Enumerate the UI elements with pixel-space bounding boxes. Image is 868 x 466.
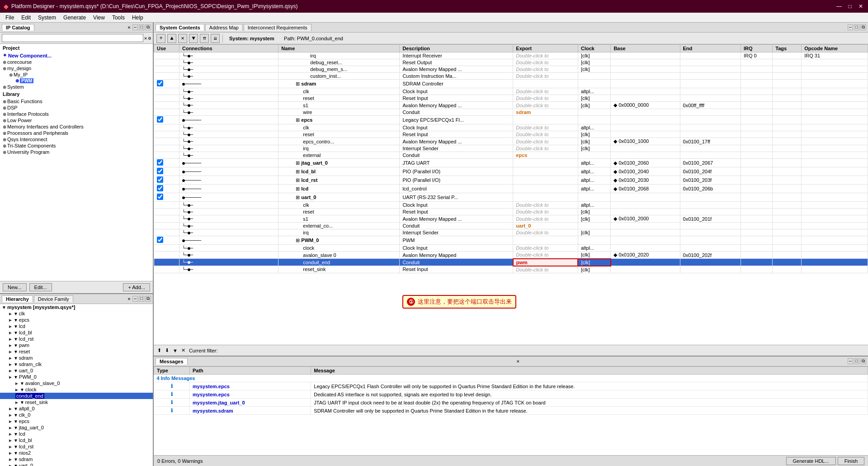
base-cell[interactable] (611, 124, 680, 131)
panel-minimize-btn[interactable]: — (132, 24, 138, 30)
name-cell[interactable]: ⊞PWM_0 (278, 236, 400, 245)
base-cell[interactable] (611, 229, 680, 236)
mysystem-root[interactable]: ▼mysystem [mysystem.qsys*] (0, 304, 153, 310)
search-input[interactable] (2, 34, 143, 42)
base-cell[interactable]: ◆ 0x0100_1000 (611, 138, 680, 145)
table-row[interactable]: └─●─debug_mem_s...Avalon Memory Mapped .… (154, 66, 868, 73)
sc-minimize-btn[interactable]: — (848, 24, 853, 30)
name-cell[interactable]: irq (278, 145, 400, 152)
name-cell[interactable]: ⊞lcd (278, 185, 400, 193)
table-row[interactable]: ●──────⊞jtag_uart_0JTAG UARTaltpl...◆ 0x… (154, 159, 868, 167)
hier-pwm[interactable]: ►▼pwm (0, 342, 153, 348)
export-cell[interactable]: Double-click to (513, 66, 578, 73)
base-cell[interactable]: ◆ 0x0100_2030 (611, 176, 680, 185)
table-row[interactable]: └─●─clkClock InputDouble-click toaltpl..… (154, 202, 868, 209)
name-cell[interactable]: avalon_slave 0 (278, 252, 400, 259)
table-row[interactable]: └─●─debug_reset...Reset OutputDouble-cli… (154, 59, 868, 66)
hier-jtag-uart-0[interactable]: ►▼jtag_uart_0 (0, 424, 153, 431)
name-cell[interactable]: wire (278, 109, 400, 116)
use-checkbox[interactable] (157, 237, 163, 243)
sc-float-btn[interactable]: □ (854, 24, 859, 30)
hier-clk-0[interactable]: ►▼clk_0 (0, 412, 153, 418)
table-row[interactable]: └─●─custom_inst...Custom Instruction Ma.… (154, 73, 868, 80)
use-checkbox[interactable] (157, 116, 163, 123)
name-cell[interactable]: custom_inst... (278, 73, 400, 80)
edit-button[interactable]: Edit... (29, 283, 52, 291)
base-cell[interactable]: ◆ 0x0100_2000 (611, 215, 680, 223)
export-cell[interactable]: Double-click to (513, 202, 578, 209)
base-cell[interactable] (611, 245, 680, 252)
base-cell[interactable] (611, 95, 680, 102)
expand-icon[interactable]: ⊞ (296, 81, 300, 86)
hier-minimize-btn[interactable]: — (132, 296, 138, 302)
use-checkbox[interactable] (157, 194, 163, 200)
name-cell[interactable]: reset (278, 131, 400, 138)
base-cell[interactable] (611, 66, 680, 73)
message-row[interactable]: ℹmysystem.jtag_uart_0JTAG UART IP input … (154, 399, 868, 407)
name-cell[interactable]: clk (278, 124, 400, 131)
table-row[interactable]: └─●─resetReset InputDouble-click to[clk] (154, 209, 868, 215)
base-cell[interactable] (611, 131, 680, 138)
msg-path-cell[interactable]: mysystem.epcs (190, 382, 311, 390)
tree-memory-interfaces[interactable]: ⊕Memory Interfaces and Controllers (0, 124, 153, 130)
name-cell[interactable]: ⊞uart_0 (278, 193, 400, 202)
hierarchy-tab[interactable]: Hierarchy (2, 295, 33, 302)
panel-maximize-btn[interactable]: ⧉ (145, 24, 151, 30)
interconnect-req-tab[interactable]: Interconnect Requirements (244, 24, 311, 31)
add-component-btn[interactable]: + (156, 34, 165, 43)
message-row[interactable]: ℹmysystem.epcsLegacy EPCS/EPCQx1 Flash C… (154, 382, 868, 390)
base-cell[interactable]: ◆ 0x0000_0000 (611, 102, 680, 109)
hier-sdram-clk[interactable]: ►▼sdram_clk (0, 361, 153, 367)
table-row[interactable]: ●──────⊞lcd_rstPIO (Parallel I/O)altpl..… (154, 176, 868, 185)
tree-my-ip[interactable]: ⊕My_IP (0, 71, 153, 78)
table-row[interactable]: └─●─s1Avalon Memory Mapped ...Double-cli… (154, 102, 868, 109)
hier-epcs2[interactable]: ►▼epcs (0, 418, 153, 424)
menu-edit[interactable]: Edit (18, 14, 34, 22)
hier-uart-0[interactable]: ►▼uart_0 (0, 367, 153, 374)
tree-low-power[interactable]: ⊕Low Power (0, 117, 153, 124)
use-checkbox[interactable] (157, 185, 163, 191)
base-cell[interactable] (611, 116, 680, 124)
name-cell[interactable]: s1 (278, 215, 400, 223)
base-cell[interactable] (611, 52, 680, 59)
hier-reset[interactable]: ►▼reset (0, 348, 153, 355)
base-cell[interactable] (611, 109, 680, 116)
name-cell[interactable]: irq (278, 52, 400, 59)
msg-float-btn[interactable]: □ (854, 358, 859, 364)
tree-processors[interactable]: ⊕Processors and Peripherals (0, 130, 153, 136)
table-row[interactable]: └─●─reset_sinkReset InputDouble-click to… (154, 266, 868, 273)
table-row[interactable]: └─●─irqInterrupt SenderDouble-click to[c… (154, 229, 868, 236)
name-cell[interactable]: clock (278, 245, 400, 252)
export-cell[interactable]: Double-click to (513, 252, 578, 259)
base-cell[interactable]: ◆ 0x0100_2020 (611, 252, 680, 259)
name-cell[interactable]: ⊞lcd_bl (278, 167, 400, 176)
name-cell[interactable]: ⊞jtag_uart_0 (278, 159, 400, 167)
expand-icon[interactable]: ⊞ (296, 160, 300, 166)
export-cell[interactable]: Double-click to (513, 73, 578, 80)
name-cell[interactable]: reset_sink (278, 266, 400, 273)
export-cell[interactable]: Double-click to (513, 145, 578, 152)
table-row[interactable]: └─●─wireConduitsdram (154, 109, 868, 116)
table-row[interactable]: └─●─resetReset InputDouble-click to[clk] (154, 131, 868, 138)
base-cell[interactable] (611, 193, 680, 202)
search-settings-btn[interactable]: ⚙ (148, 35, 151, 41)
export-cell[interactable] (513, 185, 578, 193)
table-row[interactable]: ●──────⊞epcsLegacy EPCS/EPCQx1 Fl... (154, 116, 868, 124)
name-cell[interactable]: ⊞sdram (278, 80, 400, 88)
tree-pwm[interactable]: ⊕PWM (0, 78, 153, 84)
base-cell[interactable] (611, 59, 680, 66)
export-cell[interactable] (513, 176, 578, 185)
new-button[interactable]: New... (3, 283, 27, 291)
export-cell[interactable]: Double-click to (513, 88, 578, 95)
hier-sdram2[interactable]: ►▼sdram (0, 456, 153, 462)
hier-uart-02[interactable]: ►▼uart_0 (0, 462, 153, 466)
base-cell[interactable]: ◆ 0x0100_2040 (611, 167, 680, 176)
table-row[interactable]: └─●─externalConduitepcs (154, 152, 868, 159)
system-contents-tab[interactable]: System Contents (156, 24, 204, 31)
close-button[interactable]: ✕ (857, 3, 864, 10)
hier-avalon-slave-0[interactable]: ►▼avalon_slave_0 (0, 380, 153, 386)
msg-path-cell[interactable]: mysystem.sdram (190, 407, 311, 415)
menu-help[interactable]: Help (128, 14, 147, 22)
table-row[interactable]: ●──────⊞lcdlcd_controlaltpl...◆ 0x0100_2… (154, 185, 868, 193)
menu-tools[interactable]: Tools (108, 14, 128, 22)
